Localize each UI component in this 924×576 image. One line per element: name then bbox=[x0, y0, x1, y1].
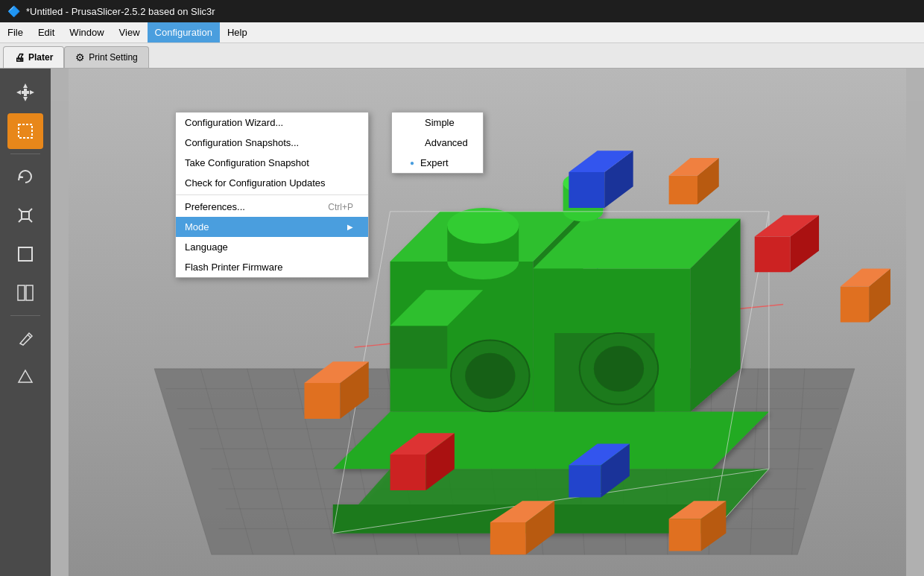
menu-file[interactable]: File bbox=[0, 22, 31, 42]
svg-marker-2 bbox=[16, 90, 21, 95]
svg-rect-5 bbox=[22, 91, 29, 94]
menu-edit[interactable]: Edit bbox=[31, 22, 62, 42]
svg-point-63 bbox=[594, 346, 644, 391]
svg-marker-16 bbox=[19, 370, 32, 382]
settings-icon: ⚙ bbox=[75, 51, 85, 63]
tabbar: 🖨 Plater ⚙ Print Setting bbox=[0, 43, 924, 69]
mode-submenu: Simple Advanced ● Expert bbox=[391, 112, 484, 174]
main-area: 🔍 🗑 ⊞ ⧉ 📋 + ⊕ 🖨 ≡ ↩ ↪ bbox=[0, 69, 924, 576]
svg-point-56 bbox=[447, 208, 519, 244]
toolbar-separator-2 bbox=[10, 315, 40, 316]
svg-rect-12 bbox=[19, 247, 32, 261]
svg-point-61 bbox=[465, 353, 515, 399]
svg-marker-3 bbox=[30, 90, 34, 95]
menu-window[interactable]: Window bbox=[62, 22, 111, 42]
menu-help[interactable]: Help bbox=[220, 22, 255, 42]
svg-line-10 bbox=[19, 219, 22, 222]
menu-flash-firmware[interactable]: Flash Printer Firmware bbox=[176, 257, 368, 277]
svg-marker-76 bbox=[569, 172, 604, 208]
viewport[interactable]: 🔍 🗑 ⊞ ⧉ 📋 + ⊕ 🖨 ≡ ↩ ↪ bbox=[51, 69, 924, 576]
svg-marker-1 bbox=[23, 97, 28, 101]
titlebar: 🔷 *Untitled - PrusaSlicer-2.5.2 based on… bbox=[0, 0, 924, 22]
svg-marker-85 bbox=[304, 383, 340, 419]
svg-marker-57 bbox=[390, 326, 448, 369]
svg-rect-6 bbox=[19, 124, 32, 138]
app-title: *Untitled - PrusaSlicer-2.5.2 based on S… bbox=[26, 6, 215, 17]
menubar: File Edit Window View Configuration Help bbox=[0, 22, 924, 43]
tab-print-settings[interactable]: ⚙ Print Setting bbox=[64, 46, 148, 68]
left-toolbar bbox=[0, 69, 51, 576]
tool-move[interactable] bbox=[7, 75, 43, 110]
svg-marker-97 bbox=[669, 519, 701, 551]
menu-language[interactable]: Language bbox=[176, 237, 368, 257]
svg-line-9 bbox=[29, 209, 32, 212]
svg-rect-14 bbox=[26, 285, 33, 300]
tab-print-label: Print Setting bbox=[89, 52, 137, 63]
tab-plater[interactable]: 🖨 Plater bbox=[3, 46, 64, 68]
menu-config-snapshots[interactable]: Configuration Snapshots... bbox=[176, 133, 368, 153]
svg-marker-82 bbox=[841, 287, 869, 323]
svg-marker-79 bbox=[755, 236, 791, 272]
tool-paint[interactable] bbox=[7, 320, 43, 356]
tool-support[interactable] bbox=[7, 359, 43, 395]
tool-place[interactable] bbox=[7, 236, 43, 272]
mode-simple[interactable]: Simple bbox=[392, 113, 483, 133]
tool-scale[interactable] bbox=[7, 197, 43, 233]
svg-line-15 bbox=[28, 335, 31, 338]
svg-line-8 bbox=[19, 209, 22, 212]
svg-marker-0 bbox=[23, 83, 28, 88]
svg-marker-88 bbox=[390, 455, 426, 490]
menu-config-wizard[interactable]: Configuration Wizard... bbox=[176, 113, 368, 133]
tool-rotate[interactable] bbox=[7, 159, 43, 194]
menu-configuration[interactable]: Configuration bbox=[148, 22, 220, 42]
menu-take-snapshot[interactable]: Take Configuration Snapshot bbox=[176, 153, 368, 173]
plater-icon: 🖨 bbox=[14, 51, 25, 63]
svg-marker-73 bbox=[669, 176, 697, 204]
svg-rect-13 bbox=[18, 285, 25, 300]
config-dropdown: Configuration Wizard... Configuration Sn… bbox=[175, 112, 369, 278]
mode-expert[interactable]: ● Expert bbox=[392, 153, 483, 173]
tool-split[interactable] bbox=[7, 275, 43, 311]
menu-check-updates[interactable]: Check for Configuration Updates bbox=[176, 173, 368, 193]
menu-view[interactable]: View bbox=[112, 22, 148, 42]
tool-select[interactable] bbox=[7, 113, 43, 149]
toolbar-separator-1 bbox=[10, 154, 40, 154]
mode-advanced[interactable]: Advanced bbox=[392, 133, 483, 153]
svg-rect-7 bbox=[22, 212, 29, 219]
svg-marker-94 bbox=[490, 522, 526, 554]
app-icon: 🔷 bbox=[7, 5, 20, 17]
menu-mode[interactable]: Mode ▶ bbox=[176, 217, 368, 237]
dropdown-sep-1 bbox=[176, 194, 368, 195]
menu-preferences[interactable]: Preferences... Ctrl+P bbox=[176, 197, 368, 217]
tab-plater-label: Plater bbox=[28, 52, 53, 63]
svg-line-11 bbox=[29, 219, 32, 222]
svg-marker-91 bbox=[569, 465, 601, 497]
